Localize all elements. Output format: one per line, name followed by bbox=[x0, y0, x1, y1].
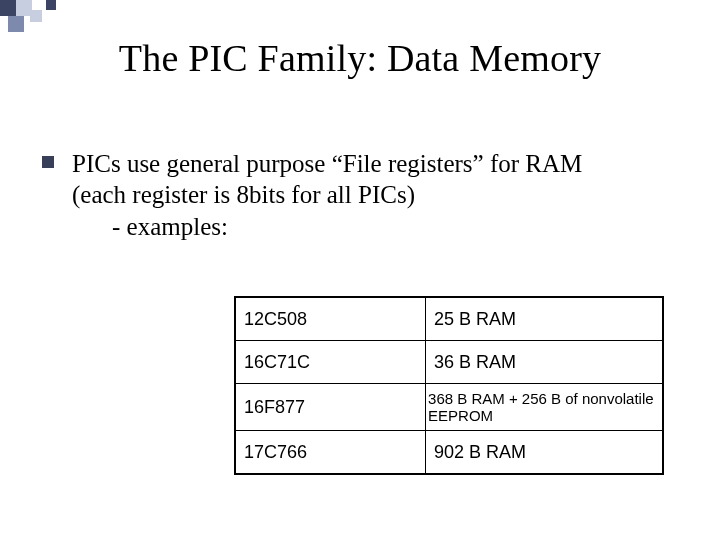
memory-cell: 368 B RAM + 256 B of nonvolatile EEPROM bbox=[426, 384, 663, 431]
bullet-icon bbox=[42, 156, 54, 168]
memory-cell: 902 B RAM bbox=[426, 431, 663, 475]
slide-title: The PIC Family: Data Memory bbox=[0, 36, 720, 80]
device-cell: 17C766 bbox=[235, 431, 426, 475]
table-row: 17C766 902 B RAM bbox=[235, 431, 663, 475]
body-text-block: PICs use general purpose “File registers… bbox=[42, 148, 682, 241]
device-cell: 16C71C bbox=[235, 341, 426, 384]
memory-cell: 25 B RAM bbox=[426, 297, 663, 341]
device-cell: 16F877 bbox=[235, 384, 426, 431]
table-row: 16C71C 36 B RAM bbox=[235, 341, 663, 384]
table-row: 12C508 25 B RAM bbox=[235, 297, 663, 341]
body-line-2: (each register is 8bits for all PICs) bbox=[72, 179, 582, 210]
memory-cell: 36 B RAM bbox=[426, 341, 663, 384]
body-line-1: PICs use general purpose “File registers… bbox=[72, 148, 582, 179]
device-cell: 12C508 bbox=[235, 297, 426, 341]
memory-table: 12C508 25 B RAM 16C71C 36 B RAM 16F877 3… bbox=[234, 296, 664, 475]
examples-label: - examples: bbox=[102, 213, 582, 241]
table-row: 16F877 368 B RAM + 256 B of nonvolatile … bbox=[235, 384, 663, 431]
